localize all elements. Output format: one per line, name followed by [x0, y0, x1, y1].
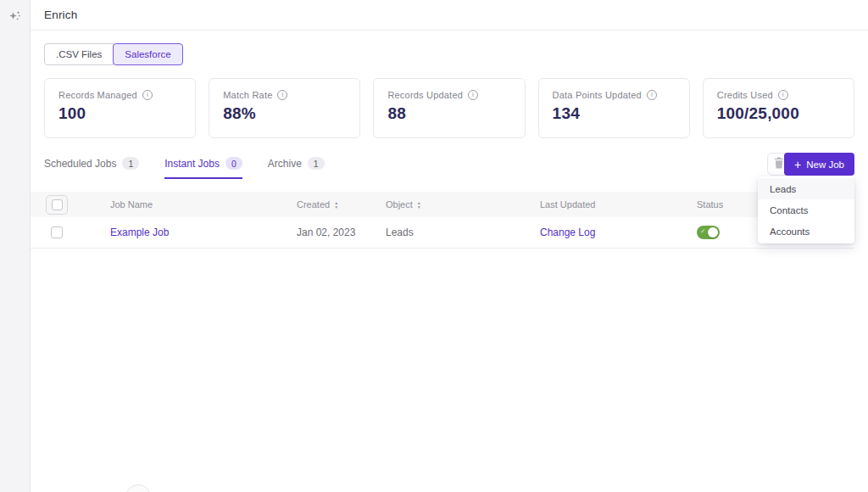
status-toggle-on[interactable]: ✓ [697, 226, 720, 239]
sort-icon[interactable]: ▲▼ [334, 201, 338, 209]
source-toggle: .CSV Files Salesforce [44, 43, 183, 65]
stat-card-data-points-updated: Data Points Updated i 134 [538, 78, 690, 138]
col-created[interactable]: Created ▲▼ [297, 199, 386, 210]
stat-card-records-updated: Records Updated i 88 [373, 78, 525, 138]
enrich-dashboard: Enrich .CSV Files Salesforce Records Man… [0, 0, 868, 492]
stat-value: 100/25,000 [717, 104, 840, 123]
tab-label: Instant Jobs [164, 158, 220, 170]
stat-cards: Records Managed i 100 Match Rate i 88% R… [44, 78, 854, 138]
check-icon: ✓ [700, 227, 706, 235]
tab-label: Scheduled Jobs [44, 158, 116, 170]
tab-instant-jobs[interactable]: Instant Jobs 0 [164, 157, 242, 179]
col-last-updated: Last Updated [540, 199, 697, 210]
jobs-table: Job Name Created ▲▼ Object ▲▼ Last Updat… [31, 192, 854, 249]
stat-value: 88 [387, 104, 510, 123]
stat-label: Credits Used [717, 90, 773, 100]
sort-icon[interactable]: ▲▼ [417, 201, 421, 209]
dropdown-item-contacts[interactable]: Contacts [758, 199, 854, 221]
toggle-knob [708, 227, 718, 238]
tab-count-badge: 0 [225, 157, 242, 170]
tab-count-badge: 1 [122, 157, 139, 170]
row-checkbox[interactable] [51, 226, 63, 238]
stat-value: 134 [553, 104, 676, 123]
help-launcher-partial[interactable] [125, 484, 151, 492]
top-bar: Enrich [31, 0, 868, 31]
object-cell: Leads [386, 226, 540, 238]
stat-label: Match Rate [223, 90, 272, 100]
last-updated-cell: Change Log [540, 226, 697, 238]
row-checkbox-cell [31, 226, 110, 238]
info-icon[interactable]: i [468, 90, 478, 100]
info-icon[interactable]: i [142, 90, 153, 100]
job-name-link[interactable]: Example Job [110, 226, 169, 238]
left-sidebar [0, 0, 31, 492]
trash-icon [774, 157, 784, 172]
stat-label: Records Updated [387, 90, 463, 100]
tab-salesforce[interactable]: Salesforce [113, 43, 182, 65]
created-cell: Jan 02, 2023 [297, 226, 386, 238]
job-name-cell: Example Job [110, 226, 297, 238]
col-job-name: Job Name [110, 199, 297, 210]
stat-label: Data Points Updated [553, 90, 642, 100]
table-row: Example Job Jan 02, 2023 Leads Change Lo… [31, 217, 854, 249]
tab-count-badge: 1 [308, 157, 325, 170]
stat-value: 88% [223, 104, 346, 123]
dropdown-item-accounts[interactable]: Accounts [758, 221, 854, 242]
dropdown-item-leads[interactable]: Leads [758, 178, 854, 199]
new-job-button[interactable]: + New Job [784, 153, 854, 176]
info-icon[interactable]: i [277, 90, 287, 100]
stat-card-match-rate: Match Rate i 88% [209, 78, 360, 138]
tab-label: Archive [268, 158, 302, 170]
info-icon[interactable]: i [647, 90, 657, 100]
change-log-link[interactable]: Change Log [540, 226, 595, 238]
stat-card-credits-used: Credits Used i 100/25,000 [703, 78, 854, 138]
page-title: Enrich [44, 8, 77, 21]
select-all-checkbox[interactable] [46, 195, 68, 215]
stat-value: 100 [58, 104, 181, 123]
job-tabs: Scheduled Jobs 1 Instant Jobs 0 Archive … [44, 157, 325, 179]
info-icon[interactable]: i [778, 90, 788, 100]
new-job-object-dropdown: Leads Contacts Accounts [758, 176, 854, 243]
new-job-label: New Job [806, 159, 844, 170]
plus-icon: + [794, 159, 801, 171]
table-header-row: Job Name Created ▲▼ Object ▲▼ Last Updat… [31, 192, 854, 217]
header-checkbox-cell [31, 195, 110, 215]
col-object[interactable]: Object ▲▼ [386, 199, 540, 210]
checkbox-icon [52, 199, 63, 210]
tab-scheduled-jobs[interactable]: Scheduled Jobs 1 [44, 157, 139, 179]
stat-label: Records Managed [58, 90, 137, 100]
tab-csv-files[interactable]: .CSV Files [44, 43, 114, 65]
stat-card-records-managed: Records Managed i 100 [44, 78, 196, 138]
tab-archive[interactable]: Archive 1 [268, 157, 325, 179]
sparkles-icon[interactable] [8, 8, 23, 24]
